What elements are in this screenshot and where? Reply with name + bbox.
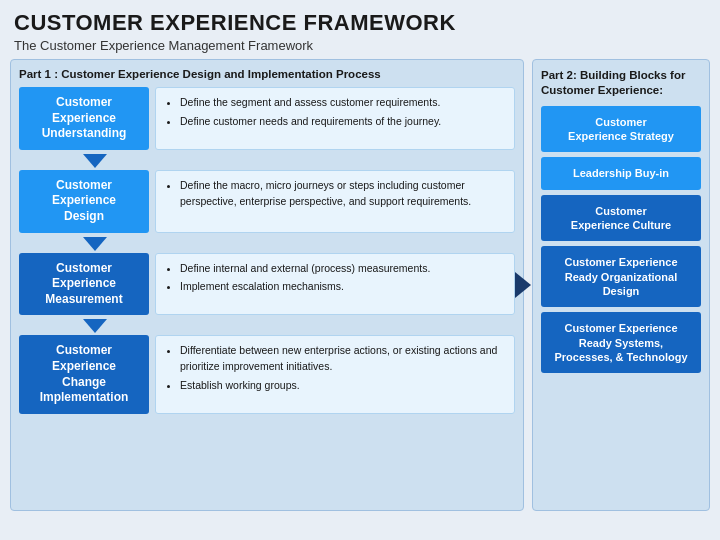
block-org-design: Customer ExperienceReady OrganizationalD… — [541, 246, 701, 307]
arrow-2 — [19, 237, 515, 251]
process-row-4: CustomerExperienceChangeImplementation D… — [19, 335, 515, 413]
arrow-1 — [19, 154, 515, 168]
page-subtitle: The Customer Experience Management Frame… — [14, 38, 706, 53]
left-panel-title: Part 1 : Customer Experience Design and … — [19, 68, 515, 80]
block-culture: CustomerExperience Culture — [541, 195, 701, 242]
arrow-down-icon — [83, 154, 107, 168]
process-row-1: CustomerExperienceUnderstanding Define t… — [19, 87, 515, 150]
block-leadership: Leadership Buy-in — [541, 157, 701, 189]
process-row-2: CustomerExperienceDesign Define the macr… — [19, 170, 515, 233]
left-panel: Part 1 : Customer Experience Design and … — [10, 59, 524, 511]
desc-understanding: Define the segment and assess customer r… — [155, 87, 515, 150]
arrow-down-icon-3 — [83, 319, 107, 333]
label-understanding: CustomerExperienceUnderstanding — [19, 87, 149, 150]
header: CUSTOMER EXPERIENCE FRAMEWORK The Custom… — [0, 0, 720, 59]
arrow-down-icon-2 — [83, 237, 107, 251]
process-row-3: CustomerExperienceMeasurement Define int… — [19, 253, 515, 316]
block-strategy: CustomerExperience Strategy — [541, 106, 701, 153]
desc-design: Define the macro, micro journeys or step… — [155, 170, 515, 233]
block-systems: Customer ExperienceReady Systems,Process… — [541, 312, 701, 373]
label-design: CustomerExperienceDesign — [19, 170, 149, 233]
right-panel: Part 2: Building Blocks for Customer Exp… — [532, 59, 710, 511]
side-arrow-icon — [515, 272, 531, 298]
label-change: CustomerExperienceChangeImplementation — [19, 335, 149, 413]
desc-change: Differentiate between new enterprise act… — [155, 335, 515, 413]
main-content: Part 1 : Customer Experience Design and … — [0, 59, 720, 519]
arrow-3 — [19, 319, 515, 333]
right-panel-title: Part 2: Building Blocks for Customer Exp… — [541, 68, 701, 98]
label-measurement: CustomerExperienceMeasurement — [19, 253, 149, 316]
page-title: CUSTOMER EXPERIENCE FRAMEWORK — [14, 10, 706, 36]
desc-measurement: Define internal and external (process) m… — [155, 253, 515, 316]
